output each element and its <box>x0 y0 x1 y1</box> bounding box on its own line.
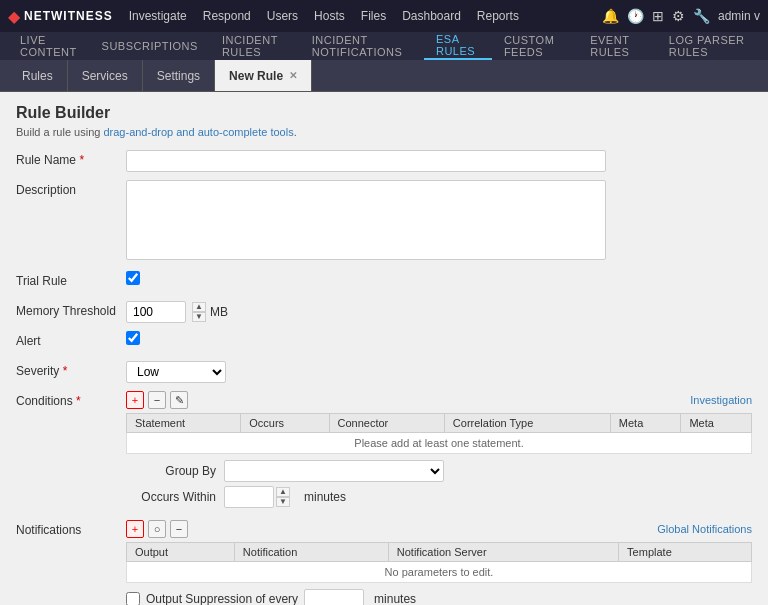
conditions-section-header: + − ✎ Investigation <box>126 391 752 409</box>
occurs-within-input[interactable] <box>224 486 274 508</box>
stepper-down-arrow[interactable]: ▼ <box>192 312 206 322</box>
page-title: Rule Builder <box>16 104 752 122</box>
memory-unit: MB <box>210 305 228 319</box>
col-correlation-type: Correlation Type <box>444 414 610 433</box>
memory-threshold-label: Memory Threshold <box>16 301 126 318</box>
rule-name-label: Rule Name * <box>16 150 126 167</box>
occurs-within-label: Occurs Within <box>126 490 216 504</box>
conditions-empty-row: Please add at least one statement. <box>127 433 752 454</box>
top-nav-items: Investigate Respond Users Hosts Files Da… <box>129 9 602 23</box>
bell-icon[interactable]: 🔔 <box>602 8 619 24</box>
nav-respond[interactable]: Respond <box>203 9 251 23</box>
memory-threshold-input[interactable] <box>126 301 186 323</box>
trial-rule-label: Trial Rule <box>16 271 126 288</box>
group-by-label: Group By <box>126 464 216 478</box>
severity-label: Severity * <box>16 361 126 378</box>
conditions-row: Conditions * + − ✎ Investigation Stateme… <box>16 391 752 512</box>
logo-icon: ◆ <box>8 7 20 26</box>
main-content: Rule Builder Build a rule using drag-and… <box>0 92 768 605</box>
group-by-select[interactable] <box>224 460 444 482</box>
conditions-label: Conditions * <box>16 391 126 408</box>
grid-icon[interactable]: ⊞ <box>652 8 664 24</box>
description-input[interactable] <box>126 180 606 260</box>
output-suppression-label: Output Suppression of every <box>146 592 298 605</box>
close-tab-icon[interactable]: ✕ <box>289 70 297 81</box>
notifications-label: Notifications <box>16 520 126 537</box>
sec-event-rules[interactable]: EVENT RULES <box>578 32 657 60</box>
global-notifications-link[interactable]: Global Notifications <box>657 523 752 535</box>
col-notification-server: Notification Server <box>388 543 618 562</box>
col-occurs: Occurs <box>241 414 329 433</box>
sec-log-parser-rules[interactable]: LOG PARSER RULES <box>657 32 760 60</box>
sec-incident-notifications[interactable]: INCIDENT NOTIFICATIONS <box>300 32 424 60</box>
tab-services[interactable]: Services <box>68 60 143 91</box>
tab-rules[interactable]: Rules <box>8 60 68 91</box>
occurs-up-arrow[interactable]: ▲ <box>276 487 290 497</box>
top-nav-right: 🔔 🕐 ⊞ ⚙ 🔧 admin v <box>602 8 760 24</box>
logo[interactable]: ◆ NETWITNESS <box>8 7 113 26</box>
occurs-within-stepper: ▲ ▼ <box>224 486 290 508</box>
col-connector: Connector <box>329 414 444 433</box>
alert-row: Alert <box>16 331 752 353</box>
notifications-section-header: + ○ − Global Notifications <box>126 520 752 538</box>
rule-name-required: * <box>79 153 84 167</box>
secondary-nav: LIVE CONTENT SUBSCRIPTIONS INCIDENT RULE… <box>0 32 768 60</box>
description-row: Description <box>16 180 752 263</box>
memory-threshold-stepper[interactable]: ▲ ▼ <box>192 302 206 322</box>
admin-label[interactable]: admin v <box>718 9 760 23</box>
occurs-within-row: Occurs Within ▲ ▼ minutes <box>126 486 752 508</box>
output-suppression-row: Output Suppression of every minutes <box>126 589 752 605</box>
tab-bar: Rules Services Settings New Rule ✕ <box>0 60 768 92</box>
nav-users[interactable]: Users <box>267 9 298 23</box>
sec-live-content[interactable]: LIVE CONTENT <box>8 32 90 60</box>
conditions-remove-button[interactable]: − <box>148 391 166 409</box>
memory-threshold-row: Memory Threshold ▲ ▼ MB <box>16 301 752 323</box>
output-suppression-input[interactable] <box>304 589 364 605</box>
top-nav: ◆ NETWITNESS Investigate Respond Users H… <box>0 0 768 32</box>
occurs-down-arrow[interactable]: ▼ <box>276 497 290 507</box>
subtitle-link[interactable]: drag-and-drop and auto-complete tools <box>103 126 293 138</box>
tab-new-rule[interactable]: New Rule ✕ <box>215 60 312 91</box>
output-suppression-unit: minutes <box>374 592 416 605</box>
nav-files[interactable]: Files <box>361 9 386 23</box>
notifications-remove-button[interactable]: − <box>170 520 188 538</box>
notifications-table: Output Notification Notification Server … <box>126 542 752 583</box>
col-template: Template <box>619 543 752 562</box>
severity-row: Severity * Low Medium High Critical <box>16 361 752 383</box>
notifications-add-button[interactable]: + <box>126 520 144 538</box>
trial-rule-checkbox[interactable] <box>126 271 140 285</box>
nav-hosts[interactable]: Hosts <box>314 9 345 23</box>
conditions-add-button[interactable]: + <box>126 391 144 409</box>
nav-investigate[interactable]: Investigate <box>129 9 187 23</box>
col-notification: Notification <box>234 543 388 562</box>
nav-reports[interactable]: Reports <box>477 9 519 23</box>
conditions-empty-message: Please add at least one statement. <box>127 433 752 454</box>
sec-subscriptions[interactable]: SUBSCRIPTIONS <box>90 32 210 60</box>
rule-name-row: Rule Name * <box>16 150 752 172</box>
rule-name-input[interactable] <box>126 150 606 172</box>
gear-icon[interactable]: 🔧 <box>693 8 710 24</box>
conditions-edit-button[interactable]: ✎ <box>170 391 188 409</box>
notifications-tools: + ○ − <box>126 520 188 538</box>
col-meta2: Meta <box>681 414 752 433</box>
description-label: Description <box>16 180 126 197</box>
sec-incident-rules[interactable]: INCIDENT RULES <box>210 32 300 60</box>
output-suppression-checkbox[interactable] <box>126 592 140 605</box>
settings-icon[interactable]: ⚙ <box>672 8 685 24</box>
investigation-link[interactable]: Investigation <box>690 394 752 406</box>
alert-checkbox[interactable] <box>126 331 140 345</box>
description-area <box>126 180 752 263</box>
stepper-up-arrow[interactable]: ▲ <box>192 302 206 312</box>
alert-label: Alert <box>16 331 126 348</box>
sec-esa-rules[interactable]: ESA RULES <box>424 32 492 60</box>
severity-select[interactable]: Low Medium High Critical <box>126 361 226 383</box>
nav-dashboard[interactable]: Dashboard <box>402 9 461 23</box>
sec-custom-feeds[interactable]: CUSTOM FEEDS <box>492 32 578 60</box>
group-by-row: Group By <box>126 460 752 482</box>
notifications-remove-circle[interactable]: ○ <box>148 520 166 538</box>
clock-icon[interactable]: 🕐 <box>627 8 644 24</box>
col-meta1: Meta <box>610 414 681 433</box>
tab-settings[interactable]: Settings <box>143 60 215 91</box>
rule-name-area <box>126 150 752 172</box>
conditions-tools: + − ✎ <box>126 391 188 409</box>
